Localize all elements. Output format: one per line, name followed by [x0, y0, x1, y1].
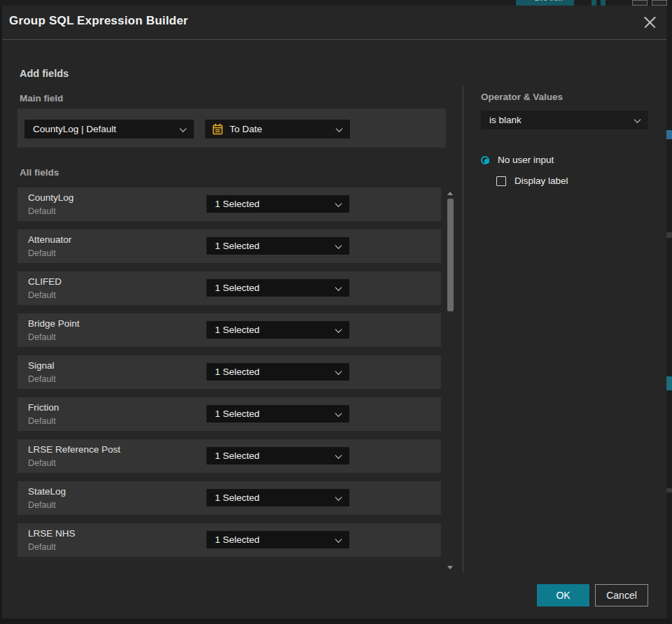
field-name: CLIFED	[28, 276, 62, 287]
dialog-title: Group SQL Expression Builder	[9, 14, 188, 28]
chevron-down-icon	[335, 536, 342, 543]
scroll-up-icon[interactable]	[447, 192, 453, 195]
field-selection-value: 1 Selected	[206, 451, 260, 461]
field-selection-dropdown[interactable]: 1 Selected	[206, 237, 349, 255]
field-selection-dropdown[interactable]: 1 Selected	[206, 195, 349, 213]
field-dropdown[interactable]: To Date	[205, 120, 350, 139]
no-user-input-label: No user input	[498, 155, 554, 165]
toolbar-fragment-icon	[632, 0, 648, 6]
field-row: CLIFED Default 1 Selected	[18, 271, 441, 305]
main-field-panel: CountyLog | Default To Date	[18, 108, 446, 148]
calendar-icon	[212, 123, 223, 135]
field-name: Bridge Point	[28, 318, 80, 329]
radio-selected-icon	[481, 156, 489, 164]
cancel-button[interactable]: Cancel	[595, 584, 648, 607]
field-sublabel: Default	[28, 290, 56, 300]
field-selection-dropdown[interactable]: 1 Selected	[206, 279, 349, 297]
field-selection-value: 1 Selected	[206, 283, 260, 293]
field-selection-dropdown[interactable]: 1 Selected	[206, 531, 349, 548]
main-field-label: Main field	[20, 93, 63, 104]
backdrop-toolbar: Live view	[0, 0, 672, 6]
field-row: Attenuator Default 1 Selected	[18, 229, 441, 263]
chevron-down-icon	[634, 116, 641, 123]
all-fields-list: CountyLog Default 1 Selected Attenuator …	[18, 187, 441, 565]
ok-button[interactable]: OK	[537, 584, 589, 607]
add-fields-heading: Add fields	[20, 68, 69, 79]
operator-dropdown[interactable]: is blank	[481, 111, 648, 129]
field-name: CountyLog	[28, 192, 74, 203]
column-divider	[463, 85, 463, 572]
field-selection-dropdown[interactable]: 1 Selected	[206, 405, 349, 423]
chevron-down-icon	[335, 200, 342, 207]
chevron-down-icon	[335, 494, 342, 501]
backdrop-fragment	[666, 376, 672, 390]
field-selection-value: 1 Selected	[206, 492, 260, 503]
field-row: StateLog Default 1 Selected	[18, 481, 441, 515]
chevron-down-icon	[335, 284, 342, 291]
no-user-input-radio[interactable]: No user input	[481, 155, 554, 165]
field-selection-value: 1 Selected	[206, 367, 260, 377]
field-row: Signal Default 1 Selected	[18, 355, 441, 389]
chevron-down-icon	[335, 410, 342, 417]
all-fields-label: All fields	[20, 167, 59, 178]
chevron-down-icon	[336, 125, 343, 132]
layer-dropdown-value: CountyLog | Default	[24, 124, 116, 134]
layer-dropdown[interactable]: CountyLog | Default	[24, 120, 194, 139]
field-name: Attenuator	[28, 234, 71, 245]
field-name: StateLog	[28, 486, 66, 497]
live-view-label: Live view	[534, 0, 563, 2]
field-name: Friction	[28, 402, 59, 413]
close-icon[interactable]	[642, 14, 659, 31]
field-selection-value: 1 Selected	[206, 325, 260, 335]
field-selection-value: 1 Selected	[206, 534, 260, 545]
field-sublabel: Default	[28, 458, 56, 468]
live-view-button: Live view	[516, 0, 574, 6]
field-row: LRSE Reference Post Default 1 Selected	[18, 439, 441, 473]
field-sublabel: Default	[28, 206, 56, 216]
scrollbar[interactable]	[447, 183, 454, 571]
backdrop-fragment	[666, 130, 672, 139]
field-row: Bridge Point Default 1 Selected	[18, 313, 441, 347]
field-sublabel: Default	[28, 542, 56, 552]
display-label-checkbox[interactable]: Display label	[496, 176, 568, 186]
field-sublabel: Default	[28, 374, 56, 384]
backdrop-right-edge	[666, 6, 672, 618]
chevron-down-icon	[335, 452, 342, 459]
toolbar-fragment-icon	[652, 0, 667, 6]
field-row: LRSE NHS Default 1 Selected	[18, 523, 441, 557]
scrollbar-thumb[interactable]	[447, 199, 454, 311]
field-sublabel: Default	[28, 248, 56, 258]
operator-values-label: Operator & Values	[481, 92, 563, 102]
field-dropdown-value: To Date	[223, 124, 262, 134]
field-sublabel: Default	[28, 416, 56, 426]
scroll-down-icon[interactable]	[447, 566, 453, 569]
field-row: Friction Default 1 Selected	[18, 397, 441, 431]
field-selection-dropdown[interactable]: 1 Selected	[206, 321, 349, 339]
backdrop-fragment	[666, 232, 672, 238]
display-label-text: Display label	[514, 176, 568, 186]
toolbar-fragment-icon	[601, 0, 606, 6]
dialog-header: Group SQL Expression Builder	[2, 6, 666, 40]
group-sql-expression-builder-dialog: Group SQL Expression Builder Add fields …	[2, 6, 666, 618]
field-sublabel: Default	[28, 500, 56, 510]
checkbox-unchecked-icon	[496, 176, 506, 186]
operator-dropdown-value: is blank	[481, 115, 522, 125]
field-selection-dropdown[interactable]: 1 Selected	[206, 489, 349, 506]
chevron-down-icon	[335, 326, 342, 333]
field-selection-value: 1 Selected	[206, 409, 260, 419]
field-selection-dropdown[interactable]: 1 Selected	[206, 363, 349, 381]
field-name: LRSE NHS	[28, 528, 76, 539]
field-name: Signal	[28, 360, 55, 371]
field-selection-dropdown[interactable]: 1 Selected	[206, 447, 349, 465]
chevron-down-icon	[335, 368, 342, 375]
backdrop-fragment	[666, 488, 672, 492]
chevron-down-icon	[180, 125, 187, 132]
toolbar-fragment-icon	[592, 0, 596, 6]
field-name: LRSE Reference Post	[28, 444, 120, 455]
chevron-down-icon	[335, 242, 342, 249]
field-selection-value: 1 Selected	[206, 241, 260, 251]
field-row: CountyLog Default 1 Selected	[18, 187, 441, 221]
field-sublabel: Default	[28, 332, 56, 342]
field-selection-value: 1 Selected	[206, 199, 260, 209]
